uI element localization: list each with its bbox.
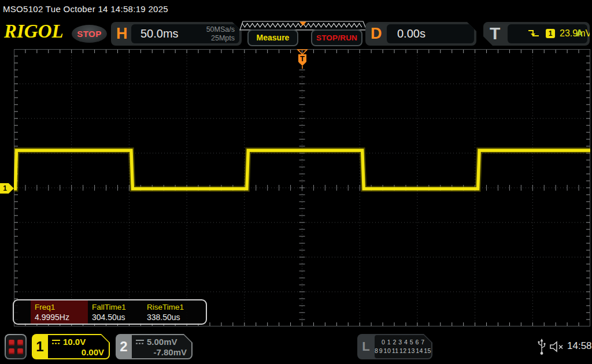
trigger-source-badge: 1 — [546, 29, 555, 38]
trigger-marker-letter: T — [300, 54, 305, 63]
menu-grid-square — [9, 340, 14, 346]
dc-coupling-icon — [51, 339, 61, 345]
trigger-sweep-mode: A — [576, 28, 583, 39]
logic-channels-row1: 0 1 2 3 4 5 6 7 — [375, 338, 431, 347]
sample-rate-memory: 50MSa/s 25Mpts — [206, 25, 235, 42]
channel2-scale: 5.00mV — [147, 337, 177, 347]
logic-channels-row2: 8 9 10 11 12 13 14 15 — [375, 347, 431, 355]
delay-pill: 0.00s — [387, 24, 474, 43]
falling-edge-icon — [527, 28, 540, 39]
timebase-value: 50.0ms — [140, 27, 179, 40]
clock-time: 14:58 — [567, 340, 592, 352]
waveform-display-area — [14, 49, 590, 326]
menu-grid-square — [17, 340, 23, 346]
run-state-badge[interactable]: STOP — [72, 25, 107, 43]
trigger-block[interactable]: T 1 23.9mV A — [483, 22, 590, 46]
channel1-scale: 10.0V — [63, 337, 86, 347]
measurement-label: RiseTime1 — [147, 303, 201, 311]
trigger-position-marker[interactable]: T — [296, 49, 309, 69]
measurement-value: 4.9995Hz — [35, 313, 88, 322]
delay-block[interactable]: D 0.00s — [365, 22, 476, 46]
trigger-label: T — [490, 24, 500, 43]
measurement-label: Freq1 — [35, 303, 88, 311]
channel2-number: 2 — [116, 334, 132, 359]
menu-grid-square — [17, 348, 23, 354]
trigger-pill: 1 23.9mV A — [508, 24, 587, 43]
delay-value: 0.00s — [397, 27, 426, 40]
usb-icon — [537, 339, 546, 355]
channel1-body: 10.0V 0.00V — [48, 335, 109, 358]
measurement-label: FallTime1 — [92, 303, 143, 311]
dc-coupling-icon — [135, 339, 145, 345]
channel1-number: 1 — [32, 334, 48, 359]
measurement-item-falltime1[interactable]: FallTime1 304.50us — [88, 300, 143, 324]
menu-grid-icon — [6, 335, 25, 358]
horizontal-settings-block[interactable]: H 50.0ms 50MSa/s 25Mpts — [111, 22, 242, 46]
horizontal-pill: 50.0ms 50MSa/s 25Mpts — [131, 24, 239, 43]
memory-depth: 25Mpts — [206, 34, 235, 43]
measurement-value: 304.50us — [92, 313, 143, 322]
channel2-offset: -7.80mV — [135, 347, 187, 359]
horizontal-label: H — [116, 25, 128, 43]
channel1-ground-marker[interactable]: 1 — [0, 183, 14, 194]
channel1-offset: 0.00V — [51, 347, 104, 359]
delay-label: D — [371, 25, 382, 43]
menu-grid-square — [9, 348, 14, 354]
logic-analyzer-label: L — [357, 334, 375, 359]
menu-button[interactable] — [5, 334, 27, 359]
oscilloscope-screen: MSO5102 Tue October 14 14:58:19 2025 RIG… — [0, 0, 592, 364]
channel1-block[interactable]: 1 10.0V 0.00V — [32, 334, 110, 359]
stop-run-button[interactable]: STOP/RUN — [311, 29, 362, 46]
channel2-body: 5.00mV -7.80mV — [132, 335, 191, 358]
measurement-value: 338.50us — [147, 313, 201, 322]
measurement-results-panel: Freq1 4.9995Hz FallTime1 304.50us RiseTi… — [13, 299, 207, 325]
logic-analyzer-block[interactable]: L 0 1 2 3 4 5 6 7 8 9 10 11 12 13 14 15 — [357, 334, 432, 359]
measure-button[interactable]: Measure — [247, 29, 298, 46]
measurement-spacer — [14, 300, 31, 324]
logic-channel-list: 0 1 2 3 4 5 6 7 8 9 10 11 12 13 14 15 — [375, 335, 431, 358]
channel2-block[interactable]: 2 5.00mV -7.80mV — [116, 334, 193, 359]
sample-rate: 50MSa/s — [206, 25, 235, 34]
measurement-item-freq1[interactable]: Freq1 4.9995Hz — [31, 300, 88, 324]
status-bar-text: MSO5102 Tue October 14 14:58:19 2025 — [0, 0, 592, 17]
rigol-logo: RIGOL — [4, 21, 64, 42]
speaker-muted-icon[interactable] — [549, 340, 565, 353]
measurement-item-risetime1[interactable]: RiseTime1 338.50us — [143, 300, 201, 324]
